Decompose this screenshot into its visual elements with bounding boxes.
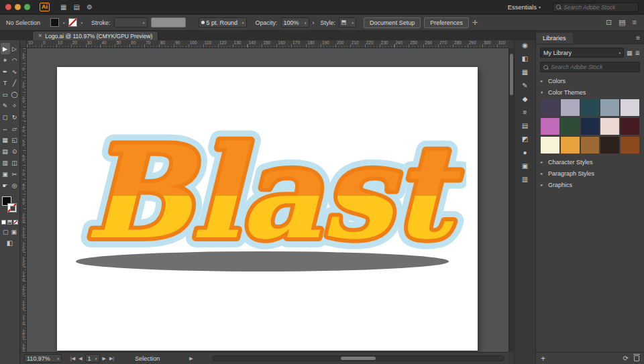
chevron-down-icon[interactable]: ▾ (81, 21, 83, 25)
color-swatch[interactable] (561, 99, 580, 116)
close-icon[interactable]: × (38, 33, 42, 39)
canvas-pasteboard[interactable]: Blast Blast (27, 48, 508, 352)
color-swatch[interactable] (541, 118, 559, 135)
section-graphics[interactable]: ▸ Graphics (536, 179, 644, 190)
list-view-icon[interactable]: ≣ (635, 50, 640, 56)
color-swatch[interactable] (621, 137, 639, 154)
panel-menu-icon[interactable]: ≡ (636, 34, 640, 42)
pen-tool[interactable]: ✒ (1, 66, 10, 77)
color-swatch[interactable] (600, 99, 619, 116)
stroke-color-swatch[interactable] (68, 18, 77, 27)
column-graph-tool[interactable]: ▥ (1, 157, 10, 168)
artboard-number-select[interactable]: 1 ▾ (85, 354, 100, 363)
brush-definition-select[interactable]: 5 pt. Round ▾ (199, 17, 247, 27)
zoom-tool[interactable]: ◎ (10, 180, 19, 191)
gradient-button[interactable] (7, 220, 12, 225)
grid-view-icon[interactable]: ▦ (627, 50, 633, 56)
fill-stroke-indicator[interactable] (1, 196, 19, 217)
swatches-panel-icon[interactable]: ▦ (520, 67, 531, 76)
add-library-item-button[interactable]: + (541, 355, 545, 363)
shear-tool[interactable]: ▱ (10, 123, 19, 134)
line-segment-tool[interactable]: ╱ (10, 77, 19, 88)
stock-search-input[interactable] (564, 4, 635, 11)
last-artboard-button[interactable]: ▶| (109, 356, 115, 361)
stroke-panel-icon[interactable]: ≡ (520, 107, 531, 117)
opacity-more-icon[interactable]: › (313, 19, 315, 26)
section-paragraph-styles[interactable]: ▸ Paragraph Styles (536, 168, 644, 179)
chevron-down-icon[interactable]: ▾ (63, 21, 65, 25)
gpu-performance-icon[interactable]: ⚙ (87, 4, 93, 11)
blast-logo-artwork[interactable]: Blast Blast (69, 129, 466, 284)
library-search[interactable] (540, 62, 640, 72)
section-character-styles[interactable]: ▸ Character Styles (536, 156, 644, 168)
shape-builder-tool[interactable]: ◱ (10, 134, 19, 145)
artboard[interactable]: Blast Blast (57, 67, 478, 351)
type-tool[interactable]: T (1, 77, 10, 88)
color-swatch[interactable] (600, 137, 619, 154)
direct-selection-tool[interactable]: ▷ (10, 43, 19, 54)
fill-color-swatch[interactable] (50, 18, 59, 27)
status-flyout-icon[interactable]: ▶ (189, 356, 193, 361)
color-button[interactable] (1, 220, 6, 225)
magic-wand-tool[interactable]: ✶ (1, 54, 10, 66)
preferences-button[interactable]: Preferences (424, 17, 469, 28)
hand-tool[interactable]: ☛ (1, 180, 10, 191)
appearance-panel-icon[interactable]: ● (520, 147, 531, 157)
document-setup-button[interactable]: Document Setup (364, 17, 421, 28)
lasso-tool[interactable]: ◠ (10, 54, 19, 66)
section-color-themes[interactable]: ▾ Color Themes (536, 86, 644, 98)
transparency-panel-icon[interactable]: ◩ (520, 134, 531, 143)
brushes-panel-icon[interactable]: ✎ (520, 80, 531, 90)
color-guide-panel-icon[interactable]: ◧ (520, 54, 531, 63)
section-colors[interactable]: ▸ Colors (536, 75, 644, 86)
library-select[interactable]: My Library ▾ (540, 48, 624, 58)
width-tool[interactable]: ↔ (1, 123, 10, 134)
rotate-tool[interactable]: ↻ (10, 111, 19, 123)
panel-menu-icon[interactable]: ≡ (633, 18, 637, 27)
ellipse-tool[interactable]: ◯ (10, 88, 19, 100)
workspace-switcher[interactable]: Essentials ▾ (508, 3, 541, 11)
arrange-windows-icon[interactable]: ▤ (73, 4, 79, 11)
stroke-weight-select[interactable]: ▾ (114, 17, 148, 27)
graphic-styles-panel-icon[interactable]: ▣ (520, 161, 531, 170)
opacity-select[interactable]: 100%▾ (281, 17, 309, 27)
stock-search[interactable] (553, 3, 639, 12)
color-swatch[interactable] (581, 118, 600, 135)
color-swatch[interactable] (541, 137, 559, 154)
color-swatch[interactable] (600, 118, 619, 135)
draw-normal-icon[interactable]: ▢ (3, 229, 9, 235)
selection-tool[interactable]: ▶ (1, 43, 10, 54)
ruler-origin-corner[interactable] (20, 40, 27, 48)
artboard-tool[interactable]: ▣ (1, 168, 10, 180)
first-artboard-button[interactable]: |◀ (70, 356, 76, 361)
horizontal-scrollbar[interactable] (212, 355, 504, 361)
tab-libraries[interactable]: Libraries (536, 33, 573, 44)
color-swatch[interactable] (621, 118, 639, 135)
layers-panel-icon[interactable]: ▥ (520, 174, 531, 184)
color-panel-icon[interactable]: ◉ (520, 40, 531, 50)
color-swatch[interactable] (541, 99, 559, 116)
color-swatch[interactable] (581, 99, 600, 116)
gradient-tool[interactable]: ▤ (1, 145, 10, 157)
pencil-tool[interactable]: ✧ (10, 100, 19, 111)
none-button[interactable] (13, 220, 18, 225)
zoom-tools-icon[interactable]: ⊡ (606, 18, 612, 27)
close-button[interactable] (5, 4, 11, 10)
blend-tool[interactable]: ⊙ (10, 145, 19, 157)
paintbrush-tool[interactable]: ✎ (1, 100, 10, 111)
vertical-scrollbar-thumb[interactable] (510, 54, 513, 95)
minimize-button[interactable] (15, 4, 21, 10)
document-layouts-icon[interactable]: ▦ (60, 4, 66, 11)
ruler-horizontal[interactable]: 1001020304050607080901001101201301401501… (27, 40, 508, 48)
align-options-icon[interactable]: ✛ (472, 19, 478, 26)
mesh-tool[interactable]: ◫ (10, 157, 19, 168)
vertical-scrollbar[interactable] (508, 48, 514, 352)
library-search-input[interactable] (551, 64, 637, 70)
slice-tool[interactable]: ✂ (10, 168, 19, 180)
next-artboard-button[interactable]: ▶ (102, 356, 107, 361)
stroke-swatch[interactable] (7, 203, 17, 213)
draw-behind-icon[interactable]: ▣ (11, 229, 17, 235)
curvature-tool[interactable]: ∿ (10, 66, 19, 77)
rectangle-tool[interactable]: ▭ (1, 88, 10, 100)
screen-mode-icon[interactable]: ◧ (7, 239, 13, 247)
